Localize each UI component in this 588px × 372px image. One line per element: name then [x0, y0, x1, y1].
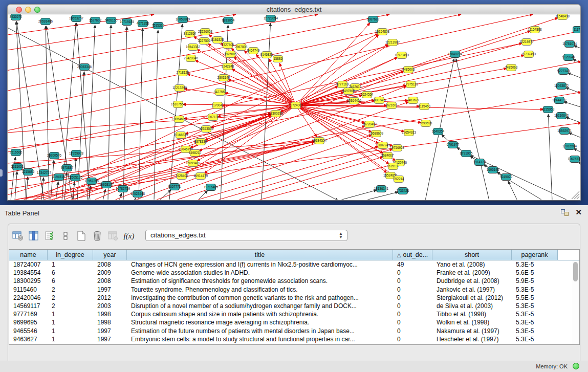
citation-edge-red[interactable] [8, 14, 389, 92]
citation-edge[interactable] [135, 198, 136, 200]
node-table[interactable]: namein_degreeyeartitle△out_de...shortpag… [9, 249, 580, 345]
table-cell[interactable]: 0 [393, 302, 432, 310]
table-row[interactable]: 911546021997Tourette syndrome. Phenomeno… [9, 286, 579, 294]
close-panel-icon[interactable]: ✕ [575, 208, 582, 217]
column-header-out_de[interactable]: △out_de... [393, 250, 432, 260]
table-cell[interactable]: 2012 [93, 294, 127, 301]
column-header-year[interactable]: year [93, 250, 127, 260]
new-table-icon[interactable] [75, 230, 88, 242]
network-window-titlebar[interactable]: citations_edges.txt [7, 4, 581, 14]
citation-edge[interactable] [103, 189, 105, 200]
table-row[interactable]: 946362711997Embryonic stem cells: a mode… [9, 335, 579, 343]
table-cell[interactable]: 1 [48, 327, 93, 335]
table-cell[interactable]: 1998 [93, 319, 127, 326]
table-row[interactable]: 969969511998Structural magnetic resonanc… [9, 318, 579, 326]
citation-edge[interactable] [569, 133, 580, 141]
table-cell[interactable]: 5.3E-5 [512, 319, 558, 326]
citation-edge[interactable] [139, 28, 143, 200]
network-view-window[interactable]: citations_edges.txt 18724007893557420691… [7, 4, 581, 201]
table-cell[interactable]: Investigating the contribution of common… [127, 294, 393, 301]
hidden-panel-grip[interactable] [0, 169, 3, 177]
table-cell[interactable]: Embryonic stem cells: a model to study s… [127, 336, 393, 343]
citation-edge[interactable] [15, 171, 17, 200]
table-cell[interactable]: 5.3E-5 [512, 336, 558, 343]
table-cell[interactable]: Stergiakouli et al. (2012) [432, 294, 512, 301]
table-cell[interactable]: Nakamura et al. (1997) [432, 327, 512, 335]
table-cell[interactable]: 0 [393, 269, 432, 276]
table-cell[interactable]: Franke et al. (2009) [432, 269, 512, 276]
table-cell[interactable]: Tourette syndrome. Phenomenology and cla… [127, 286, 393, 293]
citation-edge[interactable] [568, 73, 580, 81]
table-row[interactable]: 2242004622012Investigating the contribut… [9, 294, 579, 302]
delete-trash-icon[interactable] [91, 230, 104, 242]
table-row[interactable]: 1830029562008Estimation of significance … [9, 277, 579, 285]
table-cell[interactable]: Corpus callosum shape and size in male p… [127, 311, 393, 318]
table-cell[interactable]: 6 [48, 269, 93, 276]
citation-edge[interactable] [364, 192, 398, 200]
table-cell[interactable]: 18300295 [9, 277, 48, 285]
table-cell[interactable]: 9777169 [9, 311, 48, 318]
citation-edge[interactable] [508, 181, 517, 200]
table-cell[interactable]: Yano et al. (2008) [432, 261, 512, 268]
table-cell[interactable]: Disruption of a novel member of a sodium… [127, 302, 393, 310]
table-cell[interactable]: 1997 [93, 336, 127, 343]
citation-edge-red[interactable] [296, 69, 507, 105]
citation-edge[interactable] [574, 148, 580, 156]
table-row[interactable]: 1938455462009Genome-wide association stu… [9, 269, 579, 277]
network-canvas[interactable]: 1872400789355742069140610653267152760264… [7, 14, 581, 201]
table-cell[interactable]: 2008 [93, 277, 127, 285]
citation-edge[interactable] [51, 160, 54, 200]
table-cell[interactable]: de Silva et al. (2003) [432, 302, 512, 310]
table-cell[interactable]: 5.3E-5 [512, 327, 558, 335]
table-cell[interactable]: Tibbo et al. (1998) [432, 311, 512, 318]
float-window-icon[interactable] [561, 209, 569, 216]
table-cell[interactable]: Hescheler et al. (1997) [432, 336, 512, 343]
citation-edge[interactable] [564, 102, 580, 110]
table-cell[interactable]: 5.3E-5 [512, 286, 558, 293]
function-builder-icon[interactable]: f(x) [122, 230, 136, 242]
table-header-row[interactable]: namein_degreeyeartitle△out_de...shortpag… [9, 250, 579, 260]
citation-edge[interactable] [456, 59, 489, 200]
table-cell[interactable]: 5.6E-5 [512, 269, 558, 276]
table-cell[interactable]: 5.3E-5 [512, 302, 558, 310]
table-scrollbar[interactable] [572, 260, 579, 344]
citation-edge-red[interactable] [8, 31, 580, 154]
table-cell[interactable]: 1 [48, 261, 93, 268]
table-cell[interactable]: 19384554 [9, 269, 48, 276]
table-scrollbar-thumb[interactable] [573, 262, 578, 281]
column-header-in_degree[interactable]: in_degree [48, 250, 93, 260]
table-cell[interactable]: Estimation of the future numbers of pati… [127, 327, 393, 335]
table-row[interactable]: 1872400712008Changes of HCN gene express… [9, 260, 579, 269]
table-cell[interactable]: Genome-wide association studies in ADHD. [127, 269, 393, 276]
citation-network-graph[interactable]: 1872400789355742069140610653267152760264… [8, 14, 580, 200]
citation-edge-red[interactable] [269, 59, 296, 105]
table-cell[interactable]: 1 [48, 336, 93, 343]
table-row[interactable]: 1456911722003Disruption of a novel membe… [9, 302, 579, 310]
table-row[interactable]: 977716911998Corpus callosum shape and si… [9, 310, 579, 318]
memory-ok-icon[interactable] [573, 363, 579, 369]
table-cell[interactable]: 14569117 [9, 302, 48, 310]
table-cell[interactable]: 0 [393, 327, 432, 335]
table-cell[interactable]: 5.3E-5 [512, 261, 558, 268]
citation-edge-red[interactable] [244, 51, 296, 105]
table-cell[interactable]: 1 [48, 319, 93, 326]
table-cell[interactable]: 1997 [93, 286, 127, 293]
row-checklist-icon[interactable] [43, 230, 56, 242]
citation-edge[interactable] [56, 182, 58, 200]
table-cell[interactable]: 1998 [93, 311, 127, 318]
table-cell[interactable]: 2008 [93, 261, 127, 268]
table-cell[interactable]: 5.3E-5 [512, 311, 558, 318]
rows-icon[interactable] [59, 230, 72, 242]
citation-edge[interactable] [119, 193, 121, 200]
table-cell[interactable]: Jankovic et al. (1997) [432, 286, 512, 293]
table-cell[interactable]: 6 [48, 277, 93, 285]
table-cell[interactable]: 0 [393, 277, 432, 285]
table-cell[interactable]: 0 [393, 286, 432, 293]
table-cell[interactable]: 1 [48, 311, 93, 318]
table-cell[interactable]: 0 [393, 336, 432, 343]
table-row[interactable]: 946554611997Estimation of the future num… [9, 327, 579, 335]
table-cell[interactable]: 2 [48, 302, 93, 310]
table-cell[interactable]: 18724007 [9, 261, 48, 268]
table-body[interactable]: 1872400712008Changes of HCN gene express… [9, 260, 579, 343]
table-cell[interactable]: Estimation of significance thresholds fo… [127, 277, 393, 285]
